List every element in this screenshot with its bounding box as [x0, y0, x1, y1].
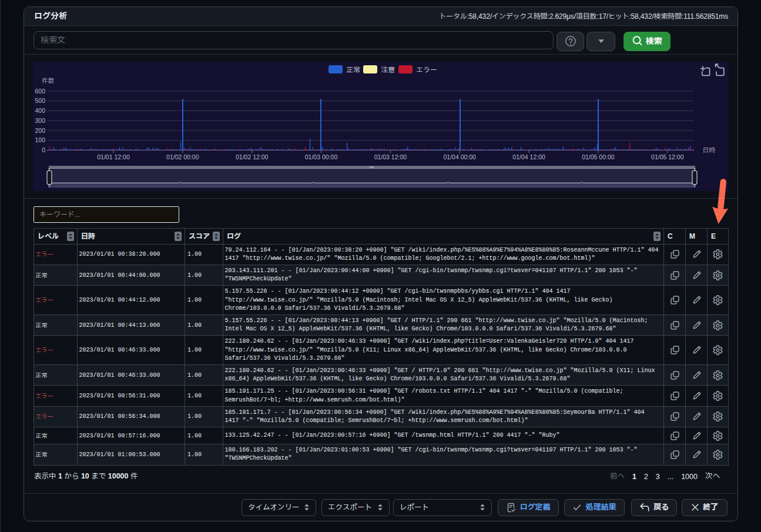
- svg-text:01/04 00:00: 01/04 00:00: [443, 153, 476, 160]
- svg-text:01/02 12:00: 01/02 12:00: [236, 153, 269, 160]
- svg-text:注意: 注意: [381, 66, 395, 74]
- svg-text:400: 400: [35, 107, 45, 114]
- svg-text:01/03 12:00: 01/03 12:00: [374, 153, 407, 160]
- svg-text:0: 0: [42, 146, 45, 153]
- svg-text:正常: 正常: [346, 66, 360, 74]
- svg-text:100: 100: [35, 136, 45, 143]
- svg-text:01/04 12:00: 01/04 12:00: [512, 153, 545, 160]
- svg-text:01/03 00:00: 01/03 00:00: [305, 153, 338, 160]
- svg-text:エラー: エラー: [416, 66, 437, 74]
- svg-text:日時: 日時: [703, 146, 716, 153]
- svg-text:300: 300: [35, 117, 45, 124]
- svg-text:500: 500: [35, 97, 45, 104]
- svg-text:01/01 12:00: 01/01 12:00: [97, 153, 130, 160]
- svg-text:01/05 00:00: 01/05 00:00: [582, 153, 615, 160]
- svg-text:600: 600: [35, 88, 45, 95]
- svg-text:200: 200: [35, 127, 45, 134]
- svg-text:件数: 件数: [42, 77, 54, 84]
- svg-text:01/05 12:00: 01/05 12:00: [651, 153, 684, 160]
- svg-text:01/02 00:00: 01/02 00:00: [166, 153, 199, 160]
